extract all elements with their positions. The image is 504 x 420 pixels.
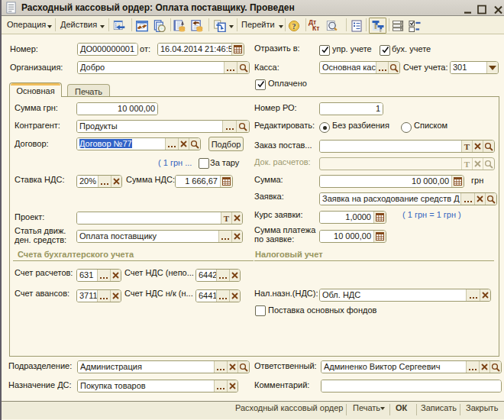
svg-text:?: ? (292, 22, 296, 31)
